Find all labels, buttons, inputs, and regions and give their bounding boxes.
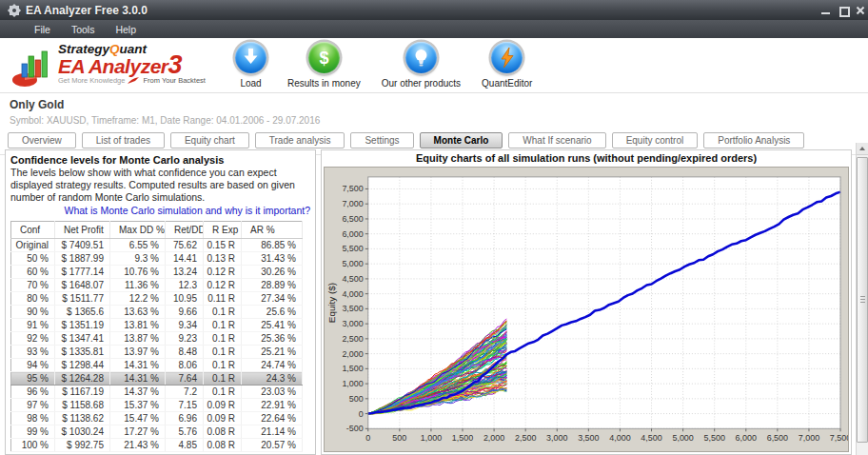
table-cell: $ 992.75: [55, 439, 110, 452]
svg-text:6,500: 6,500: [342, 214, 363, 224]
table-row[interactable]: Original$ 7409.516.55 %75.620.15 R86.85 …: [11, 239, 303, 252]
dollar-icon: $: [308, 42, 340, 73]
toolbar-button-load[interactable]: Load: [225, 42, 277, 89]
table-cell: $ 1648.07: [55, 279, 110, 292]
page-title: Only Gold: [10, 98, 868, 111]
tagline-left: Get More Knowledge: [58, 76, 125, 85]
table-cell: 12.2 %: [110, 292, 166, 306]
tab-settings[interactable]: Settings: [350, 132, 413, 148]
svg-text:6,500: 6,500: [767, 433, 788, 443]
table-cell: 21.43 %: [110, 439, 166, 452]
table-row[interactable]: 99 %$ 1030.2417.27 %5.760.08 R21.14 %: [11, 425, 303, 439]
svg-text:$: $: [319, 49, 328, 68]
table-cell: 7.2: [166, 386, 204, 399]
panel-title: Confidence levels for Monte Carlo analys…: [10, 154, 310, 166]
table-row[interactable]: 95 %$ 1264.2814.31 %7.640.1 R24.3 %: [11, 372, 303, 386]
table-row[interactable]: 80 %$ 1511.7712.2 %10.950.11 R27.34 %: [11, 292, 303, 306]
table-cell: 0.12 R: [204, 279, 242, 292]
toolbar-button-quanteditor[interactable]: QuantEditor: [471, 42, 542, 89]
svg-text:7,500: 7,500: [342, 184, 363, 193]
table-cell: 22.64 %: [242, 412, 303, 425]
toolbar-button-our-other-products[interactable]: Our other products: [371, 42, 471, 89]
table-cell: 7.64: [166, 372, 204, 386]
tab-equity-control[interactable]: Equity control: [612, 132, 699, 148]
table-cell: 20.57 %: [242, 439, 303, 452]
scrollbar-up-arrow[interactable]: [857, 143, 868, 155]
close-button[interactable]: [856, 6, 865, 15]
svg-text:5,000: 5,000: [672, 433, 693, 443]
table-cell: 9.66: [166, 306, 204, 319]
titlebar: EA Analyzer Free 3.0.0: [0, 0, 868, 20]
table-row[interactable]: 94 %$ 1298.4414.31 %8.060.1 R24.74 %: [11, 359, 303, 372]
table-cell: 86.85 %: [242, 239, 303, 252]
table-cell: 17.27 %: [110, 425, 166, 439]
table-cell: 0.1 R: [204, 306, 242, 319]
tab-overview[interactable]: Overview: [8, 132, 76, 148]
table-cell: 21.14 %: [242, 425, 303, 439]
table-cell: $ 1030.24: [55, 425, 110, 439]
table-row[interactable]: 50 %$ 1887.999.3 %14.410.13 R31.43 %: [11, 252, 303, 266]
table-cell: $ 1887.99: [55, 252, 110, 266]
scrollbar-thumb[interactable]: [857, 157, 868, 443]
table-cell: 14.41: [166, 252, 204, 266]
table-cell: 24.74 %: [242, 359, 303, 372]
svg-text:4,000: 4,000: [609, 433, 630, 443]
table-row[interactable]: 70 %$ 1648.0711.36 %12.30.12 R28.89 %: [11, 279, 303, 292]
app-logo: StrategyQuant EA Analyzer3 Get More Know…: [11, 43, 217, 89]
table-row[interactable]: 91 %$ 1351.1913.81 %9.340.1 R25.41 %: [11, 319, 303, 332]
restore-button[interactable]: [838, 6, 848, 15]
table-cell: 94 %: [11, 359, 55, 372]
monte-carlo-info-link[interactable]: What is Monte Carlo simulation and why i…: [10, 205, 310, 216]
toolbar-button-label: QuantEditor: [482, 78, 532, 89]
tab-list-of-trades[interactable]: List of trades: [82, 132, 165, 148]
svg-text:3,500: 3,500: [578, 433, 599, 443]
table-cell: $ 1365.6: [55, 306, 110, 319]
table-cell: 13.63 %: [110, 306, 166, 319]
svg-text:500: 500: [392, 433, 406, 443]
table-row[interactable]: 96 %$ 1167.1914.37 %7.20.1 R23.03 %: [11, 386, 303, 399]
table-cell: 0.08 R: [204, 439, 242, 452]
chart-title: Equity charts of all simulation runs (wi…: [322, 152, 851, 164]
table-cell: 25.6 %: [242, 306, 303, 319]
toolbar-buttons: Load$Results in moneyOur other productsQ…: [225, 42, 542, 89]
column-header-conf: Conf: [11, 222, 55, 239]
table-cell: 22.91 %: [242, 399, 303, 412]
table-cell: $ 1264.28: [55, 372, 110, 386]
svg-text:0: 0: [359, 409, 364, 419]
page-header: Only Gold Symbol: XAUUSD, Timeframe: M1,…: [0, 93, 868, 126]
table-cell: 14.31 %: [110, 359, 166, 372]
svg-text:3,000: 3,000: [546, 433, 567, 443]
minimize-button[interactable]: [821, 6, 831, 15]
table-row[interactable]: 90 %$ 1365.613.63 %9.660.1 R25.6 %: [11, 306, 303, 319]
table-row[interactable]: 97 %$ 1158.6815.37 %7.150.09 R22.91 %: [11, 399, 303, 412]
table-cell: 9.23: [166, 332, 204, 346]
menu-help[interactable]: Help: [106, 22, 146, 37]
table-cell: 97 %: [11, 399, 55, 412]
svg-text:1,000: 1,000: [342, 379, 363, 388]
table-cell: 0.12 R: [204, 266, 242, 279]
tab-trade-analysis[interactable]: Trade analysis: [255, 132, 345, 148]
svg-text:0: 0: [365, 433, 370, 443]
svg-text:Equity ($): Equity ($): [326, 283, 337, 323]
table-cell: $ 1335.81: [55, 346, 110, 359]
table-cell: 0.1 R: [204, 386, 242, 399]
table-row[interactable]: 100 %$ 992.7521.43 %4.850.08 R20.57 %: [11, 439, 303, 452]
toolbar: StrategyQuant EA Analyzer3 Get More Know…: [0, 38, 868, 93]
table-row[interactable]: 93 %$ 1335.8113.97 %8.480.1 R25.21 %: [11, 346, 303, 359]
table-cell: 10.95: [166, 292, 204, 306]
table-row[interactable]: 98 %$ 1138.6215.47 %6.960.09 R22.64 %: [11, 412, 303, 425]
svg-text:6,000: 6,000: [736, 433, 757, 443]
table-cell: 13.87 %: [110, 332, 166, 346]
tab-monte-carlo[interactable]: Monte Carlo: [420, 132, 503, 148]
menu-tools[interactable]: Tools: [62, 22, 105, 37]
toolbar-button-label: Load: [240, 78, 261, 89]
toolbar-button-results-in-money[interactable]: $Results in money: [277, 42, 371, 89]
table-cell: 92 %: [11, 332, 55, 346]
tab-portfolio-analysis[interactable]: Portfolio Analysis: [703, 132, 804, 148]
menu-file[interactable]: File: [25, 22, 60, 37]
tagline-right: From Your Backtest: [143, 76, 205, 85]
tab-equity-chart[interactable]: Equity chart: [170, 132, 249, 148]
table-row[interactable]: 92 %$ 1347.4113.87 %9.230.1 R25.36 %: [11, 332, 303, 346]
table-row[interactable]: 60 %$ 1777.1410.76 %13.240.12 R30.26 %: [11, 266, 303, 279]
tab-what-if-scenario[interactable]: What If scenario: [508, 132, 605, 148]
